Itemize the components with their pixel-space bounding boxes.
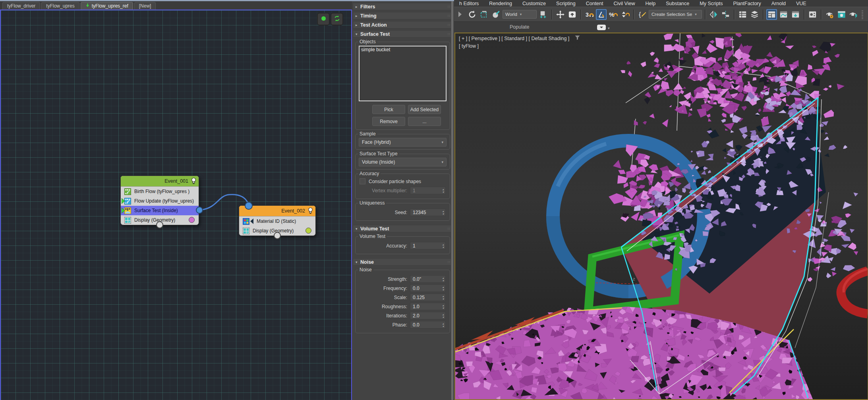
noise-field-spinner[interactable]: 0.0▴▾ (410, 284, 446, 292)
node-editor-canvas[interactable]: Event_001Birth Flow (tyFlow_upres )Flow … (0, 10, 352, 400)
more-options-button[interactable]: ... (408, 117, 441, 126)
noise-field-spinner[interactable]: 1.0▴▾ (410, 303, 446, 310)
section-header-noise[interactable]: ▾ Noise ∷ (353, 258, 453, 266)
align-icon[interactable] (720, 9, 731, 20)
angle-snap-icon[interactable] (596, 9, 607, 20)
display-color-dot[interactable] (305, 228, 311, 234)
seed-spinner[interactable]: 12345 ▴▾ (410, 209, 446, 216)
event-node-event_002[interactable]: Event_002Material ID (Static)Display (Ge… (239, 205, 316, 236)
ribbon-toggle-icon[interactable] (766, 9, 777, 20)
spinner-arrows[interactable]: ▴▾ (441, 276, 445, 282)
surface-test-type-dropdown[interactable]: Volume (Inside) ▾ (359, 158, 447, 166)
menu-item-arnold[interactable]: Arnold (766, 1, 791, 6)
drag-grip-icon[interactable]: ∷ (448, 14, 450, 18)
menu-item-h-editors[interactable]: h Editors (454, 1, 484, 6)
spinner-arrows[interactable]: ▴▾ (441, 286, 445, 291)
named-sets-edit-icon[interactable]: { (637, 9, 648, 20)
event-input-port[interactable] (245, 202, 253, 210)
menu-item-my-scripts[interactable]: My Scripts (694, 1, 728, 6)
schematic-view-icon[interactable] (790, 9, 801, 20)
populate-dropdown-button[interactable] (597, 25, 606, 32)
event-node-event_001[interactable]: Event_001Birth Flow (tyFlow_upres )Flow … (120, 176, 199, 225)
drag-grip-icon[interactable]: ∷ (448, 5, 450, 9)
spinner-arrows[interactable]: ▴▾ (441, 322, 445, 328)
spinner-arrows[interactable]: ▴▾ (441, 188, 445, 193)
spinner-snap-icon[interactable] (620, 9, 630, 20)
rendered-frame-icon[interactable] (836, 9, 847, 20)
refresh-flow-button[interactable] (331, 13, 343, 25)
percent-snap-icon[interactable]: % (608, 9, 619, 20)
drag-grip-icon[interactable]: ∷ (448, 23, 450, 27)
material-editor-icon[interactable] (807, 9, 818, 20)
lightbulb-icon[interactable] (308, 207, 313, 215)
paint-selection-icon[interactable] (491, 9, 501, 20)
chevron-down-icon[interactable]: ▾ (608, 26, 610, 30)
lightbulb-icon[interactable] (191, 178, 196, 186)
noise-field-spinner[interactable]: 0.0▴▾ (410, 321, 446, 329)
section-header-filters[interactable]: ▸ Filters ∷ (353, 3, 453, 10)
drag-grip-icon[interactable]: ∷ (448, 260, 450, 264)
pick-button[interactable]: Pick (372, 105, 405, 114)
spinner-arrows[interactable]: ▴▾ (441, 243, 445, 249)
pivot-center-icon[interactable] (538, 9, 549, 20)
viewport-shading-label[interactable]: [ + ] [ Perspective ] [ Standard ] [ Def… (459, 36, 569, 41)
snap-3d-icon[interactable]: 3 (584, 9, 595, 20)
menu-item-scripting[interactable]: Scripting (551, 1, 581, 6)
flow-tab-tyflow_driver[interactable]: tyFlow_driver (2, 2, 40, 10)
selection-region-icon[interactable] (479, 9, 489, 20)
sample-dropdown[interactable]: Face (Hybrid) ▾ (359, 138, 447, 147)
world-dropdown[interactable]: World▾ (503, 10, 537, 19)
section-header-test-action[interactable]: ▸ Test Action ∷ (353, 21, 453, 29)
mirror-icon[interactable] (708, 9, 719, 20)
select-and-manipulate-icon[interactable] (555, 9, 566, 20)
axis-x-constraint-button[interactable]: X (866, 10, 868, 19)
list-item[interactable]: simple bucket (360, 46, 446, 53)
circular-arrow-icon[interactable] (467, 9, 477, 20)
drag-grip-icon[interactable]: ∷ (448, 227, 450, 231)
curve-editor-icon[interactable] (778, 9, 789, 20)
scrollbar-thumb[interactable] (451, 1, 453, 400)
panel-scrollbar[interactable] (451, 1, 454, 400)
objects-listbox[interactable]: simple bucket (359, 46, 447, 101)
layer-explorer-icon[interactable] (749, 9, 760, 20)
operator-row-material[interactable]: Material ID (Static) (239, 216, 315, 226)
drag-grip-icon[interactable]: ∷ (448, 32, 450, 36)
menu-item-rendering[interactable]: Rendering (484, 1, 517, 6)
keyboard-override-icon[interactable] (567, 9, 578, 20)
perspective-viewport[interactable]: Z [ + ] [ Perspective ] [ Standard ] [ D… (454, 33, 868, 400)
operator-row-birth[interactable]: Birth Flow (tyFlow_upres ) (121, 187, 199, 196)
operator-row-flow[interactable]: Flow Update (tyFlow_upres) (121, 196, 199, 206)
particle-toggle-button[interactable] (317, 13, 330, 25)
menu-item-customize[interactable]: Customize (517, 1, 551, 6)
viewport-header-label[interactable]: [ + ] [ Perspective ] [ Standard ] [ Def… (459, 35, 580, 41)
menu-item-vue[interactable]: VUE (791, 1, 812, 6)
consider-particle-shapes-checkbox[interactable] (360, 178, 365, 184)
display-color-dot[interactable] (189, 217, 195, 223)
remove-button[interactable]: Remove (372, 117, 405, 126)
menu-item-help[interactable]: Help (640, 1, 661, 6)
section-header-volume-test[interactable]: ▾ Volume Test ∷ (353, 225, 453, 232)
spinner-arrows[interactable]: ▴▾ (441, 304, 445, 309)
selection-set-dropdown[interactable]: Create Selection Se▾ (649, 10, 702, 19)
noise-field-spinner[interactable]: 0.125▴▾ (410, 294, 446, 301)
vertex-multiplier-spinner[interactable]: 1 ▴▾ (410, 187, 446, 194)
render-setup-icon[interactable] (824, 9, 835, 20)
add-selected-button[interactable]: Add Selected (408, 105, 441, 114)
section-header-surface-test[interactable]: ▾ Surface Test ∷ (353, 30, 453, 38)
noise-field-spinner[interactable]: 2.0▴▾ (410, 312, 446, 319)
section-header-timing[interactable]: ▸ Timing ∷ (353, 12, 453, 19)
flow-tab-tyflow_upres[interactable]: tyFlow_upres (41, 2, 79, 10)
menu-item-content[interactable]: Content (581, 1, 609, 6)
spinner-arrows[interactable]: ▴▾ (441, 210, 445, 215)
node-output-handle[interactable] (274, 232, 281, 239)
clipped-chevron-icon[interactable] (455, 9, 466, 20)
menu-item-civil-view[interactable]: Civil View (609, 1, 640, 6)
menu-item-plantfactory[interactable]: PlantFactory (728, 1, 766, 6)
spinner-arrows[interactable]: ▴▾ (441, 313, 445, 319)
filter-funnel-icon[interactable] (575, 35, 580, 41)
node-header[interactable]: Event_001 (121, 176, 199, 187)
spinner-arrows[interactable]: ▴▾ (441, 295, 445, 300)
test-output-port[interactable] (196, 207, 203, 214)
noise-field-spinner[interactable]: 0.0"▴▾ (410, 275, 446, 283)
scene-explorer-icon[interactable] (737, 9, 748, 20)
